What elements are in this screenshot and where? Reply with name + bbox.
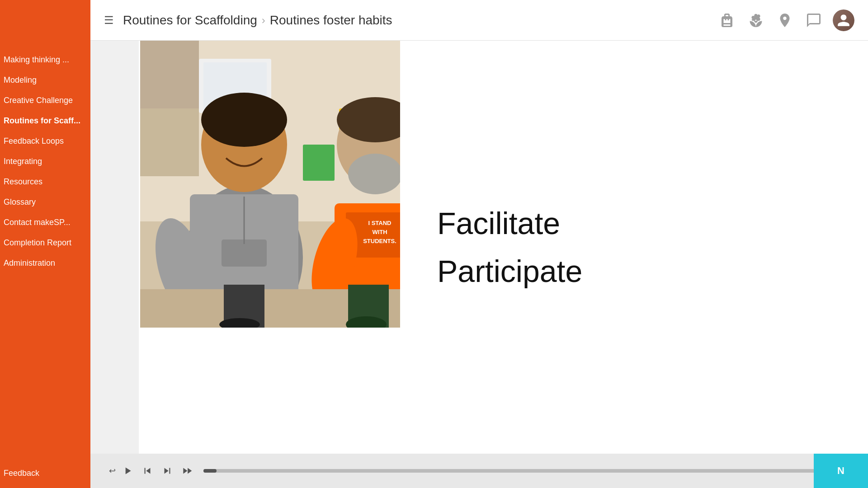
- sidebar-item-integrating[interactable]: Integrating: [0, 151, 90, 172]
- svg-text:I STAND: I STAND: [368, 220, 391, 226]
- svg-rect-7: [140, 41, 199, 108]
- previous-button[interactable]: [139, 463, 156, 479]
- progress-bar[interactable]: [203, 469, 854, 473]
- sidebar-item-glossary[interactable]: Glossary: [0, 192, 90, 212]
- menu-button[interactable]: ☰: [104, 14, 114, 27]
- sidebar-item-routines-for-scaff[interactable]: Routines for Scaff...: [0, 111, 90, 131]
- sidebar-item-resources[interactable]: Resources: [0, 172, 90, 192]
- sidebar-item-making-thinking[interactable]: Making thinking ...: [0, 50, 90, 70]
- slide-image: 3: [140, 41, 400, 328]
- reset-button[interactable]: ↩: [99, 463, 116, 479]
- svg-point-20: [348, 154, 400, 194]
- play-button[interactable]: [119, 463, 136, 479]
- main-area: ☰ Routines for Scaffolding › Routines fo…: [90, 0, 868, 488]
- left-panel: [90, 41, 139, 454]
- sidebar-item-modeling[interactable]: Modeling: [0, 70, 90, 90]
- fast-forward-button[interactable]: [179, 463, 195, 479]
- avatar[interactable]: [833, 9, 854, 31]
- text-content: Facilitate Participate: [401, 41, 868, 454]
- slide-text-facilitate: Facilitate: [437, 203, 560, 243]
- app-container: Making thinking ... Modeling Creative Ch…: [0, 0, 868, 488]
- sidebar: Making thinking ... Modeling Creative Ch…: [0, 0, 90, 488]
- breadcrumb-separator: ›: [262, 14, 265, 27]
- backpack-icon[interactable]: [717, 10, 737, 30]
- next-button[interactable]: [159, 463, 175, 479]
- next-section-button[interactable]: N: [814, 454, 868, 488]
- controls-bar: ↩: [90, 454, 868, 488]
- chat-icon[interactable]: [804, 10, 824, 30]
- header-icons: [717, 9, 854, 31]
- image-container: 3: [139, 41, 401, 454]
- flower-icon[interactable]: [746, 10, 766, 30]
- breadcrumb-part1: Routines for Scaffolding: [123, 13, 257, 28]
- slide-text-participate: Participate: [437, 251, 582, 291]
- map-pin-icon[interactable]: [775, 10, 795, 30]
- next-section-label: N: [837, 465, 844, 477]
- sidebar-item-administration[interactable]: Administration: [0, 253, 90, 273]
- breadcrumb: Routines for Scaffolding › Routines fost…: [123, 13, 392, 28]
- svg-point-11: [201, 93, 287, 147]
- progress-bar-fill: [203, 469, 217, 473]
- sidebar-item-completion-report[interactable]: Completion Report: [0, 233, 90, 253]
- svg-text:WITH: WITH: [372, 229, 387, 235]
- svg-rect-8: [303, 145, 335, 181]
- sidebar-item-creative-challenge[interactable]: Creative Challenge: [0, 90, 90, 111]
- header: ☰ Routines for Scaffolding › Routines fo…: [90, 0, 868, 41]
- breadcrumb-part2: Routines foster habits: [270, 13, 392, 28]
- content-area: 3: [90, 41, 868, 454]
- svg-text:STUDENTS.: STUDENTS.: [363, 238, 396, 244]
- sidebar-item-feedback-loops[interactable]: Feedback Loops: [0, 131, 90, 151]
- sidebar-feedback[interactable]: Feedback: [0, 463, 90, 483]
- sidebar-item-contact-makesp[interactable]: Contact makeSP...: [0, 212, 90, 233]
